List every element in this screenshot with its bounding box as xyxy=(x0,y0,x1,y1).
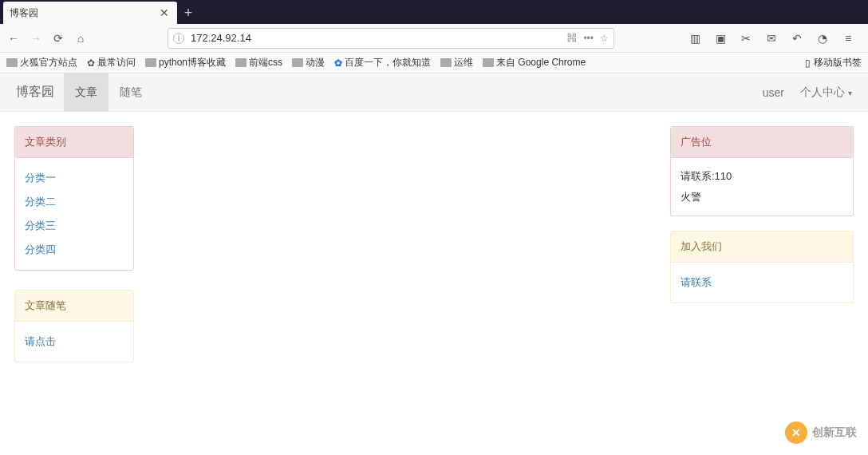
user-center-label: 个人中心 xyxy=(800,85,845,98)
url-bar[interactable]: i 172.24.92.14 嘂 ••• ☆ xyxy=(168,28,614,49)
left-column: 文章类别 分类一 分类二 分类三 分类四 文章随笔 请点击 xyxy=(14,126,134,362)
join-link[interactable]: 请联系 xyxy=(681,271,843,295)
category-link[interactable]: 分类四 xyxy=(25,238,124,262)
bookmarks-bar: 火狐官方站点 ✿最常访问 python博客收藏 前端css 动漫 ✿百度一下，你… xyxy=(0,53,868,73)
ad-panel: 广告位 请联系:110 火警 xyxy=(670,126,854,216)
back-icon[interactable]: ← xyxy=(6,31,21,46)
screenshot-icon[interactable]: ✂ xyxy=(739,31,753,46)
watermark-icon: ✕ xyxy=(785,421,807,444)
bookmark-item[interactable]: python博客收藏 xyxy=(145,56,226,69)
bookmark-label: 运维 xyxy=(454,56,473,69)
info-icon[interactable]: i xyxy=(173,33,184,44)
bookmark-item[interactable]: 火狐官方站点 xyxy=(6,56,77,69)
brand[interactable]: 博客园 xyxy=(16,84,54,101)
dots-icon[interactable]: ••• xyxy=(583,33,594,44)
tab-title: 博客园 xyxy=(10,6,158,20)
bookmark-label: 最常访问 xyxy=(97,56,136,69)
bookmark-item[interactable]: 前端css xyxy=(235,56,282,69)
panel-title: 文章随笔 xyxy=(15,291,133,322)
browser-navbar: ← → ⟳ ⌂ i 172.24.92.14 嘂 ••• ☆ ▥ ▣ ✂ ✉ ↶… xyxy=(0,24,868,53)
phone-icon: ▯ xyxy=(805,57,811,69)
folder-icon xyxy=(440,58,452,67)
folder-icon xyxy=(6,58,18,67)
folder-icon xyxy=(235,58,247,67)
bookmark-item[interactable]: 运维 xyxy=(440,56,473,69)
nav-articles[interactable]: 文章 xyxy=(64,73,108,112)
bookmark-item[interactable]: 动漫 xyxy=(292,56,325,69)
user-link[interactable]: user xyxy=(763,86,784,99)
bookmark-label: 来自 Google Chrome xyxy=(496,56,586,69)
essay-link[interactable]: 请点击 xyxy=(25,330,124,354)
gear-icon: ✿ xyxy=(87,57,95,69)
bookmark-label: 前端css xyxy=(249,56,282,69)
panel-title: 文章类别 xyxy=(15,127,133,158)
panel-body: 请联系 xyxy=(671,263,853,303)
join-panel: 加入我们 请联系 xyxy=(670,231,854,303)
folder-icon xyxy=(483,58,494,67)
panel-body: 分类一 分类二 分类三 分类四 xyxy=(15,158,133,270)
panel-body: 请联系:110 火警 xyxy=(671,158,853,216)
bookmark-label: 动漫 xyxy=(306,56,325,69)
category-link[interactable]: 分类二 xyxy=(25,190,124,214)
chevron-down-icon: ▾ xyxy=(848,89,852,97)
bookmark-item[interactable]: ✿百度一下，你就知道 xyxy=(334,56,431,69)
new-tab-button[interactable]: + xyxy=(177,2,199,24)
folder-icon xyxy=(292,58,303,67)
category-link[interactable]: 分类一 xyxy=(25,166,124,190)
page-nav: 博客园 文章 随笔 user 个人中心▾ xyxy=(0,73,868,112)
titlebar: 博客园 ✕ + xyxy=(0,0,868,24)
content: 文章类别 分类一 分类二 分类三 分类四 文章随笔 请点击 广告位 请联系:11… xyxy=(0,112,868,377)
home-icon[interactable]: ⌂ xyxy=(73,31,88,46)
library-icon[interactable]: ▥ xyxy=(688,31,702,46)
browser-tab[interactable]: 博客园 ✕ xyxy=(3,2,177,24)
panel-title: 广告位 xyxy=(671,127,853,158)
star-icon[interactable]: ☆ xyxy=(600,33,609,44)
bookmark-item[interactable]: 来自 Google Chrome xyxy=(483,56,586,69)
bookmark-item[interactable]: ✿最常访问 xyxy=(87,56,136,69)
user-center-dropdown[interactable]: 个人中心▾ xyxy=(800,85,852,100)
clock-icon[interactable]: ◔ xyxy=(815,31,830,46)
toolbar-right: ▥ ▣ ✂ ✉ ↶ ◔ ≡ xyxy=(688,31,862,46)
essays-panel: 文章随笔 请点击 xyxy=(14,290,134,362)
chat-icon[interactable]: ✉ xyxy=(764,31,779,46)
bookmark-label: python博客收藏 xyxy=(159,56,226,69)
sidebar-icon[interactable]: ▣ xyxy=(713,31,728,46)
ad-line: 请联系:110 xyxy=(681,166,843,187)
folder-icon xyxy=(145,58,156,67)
reload-icon[interactable]: ⟳ xyxy=(51,31,65,46)
menu-icon[interactable]: ≡ xyxy=(841,31,855,46)
nav-essays[interactable]: 随笔 xyxy=(108,73,153,112)
close-icon[interactable]: ✕ xyxy=(158,6,171,19)
qr-icon[interactable]: 嘂 xyxy=(567,31,577,45)
bookmark-label: 火狐官方站点 xyxy=(20,56,77,69)
mobile-bookmarks[interactable]: ▯移动版书签 xyxy=(805,56,862,69)
watermark-text: 创新互联 xyxy=(812,425,857,440)
url-text: 172.24.92.14 xyxy=(191,32,561,44)
nav-right: user 个人中心▾ xyxy=(763,85,852,100)
right-column: 广告位 请联系:110 火警 加入我们 请联系 xyxy=(670,126,854,362)
categories-panel: 文章类别 分类一 分类二 分类三 分类四 xyxy=(14,126,134,271)
watermark: ✕ 创新互联 xyxy=(785,421,857,444)
bookmark-label: 移动版书签 xyxy=(814,56,862,69)
bookmark-label: 百度一下，你就知道 xyxy=(345,56,431,69)
forward-icon[interactable]: → xyxy=(29,31,43,46)
panel-body: 请点击 xyxy=(15,322,133,362)
paw-icon: ✿ xyxy=(334,57,342,69)
ad-line: 火警 xyxy=(681,187,843,208)
undo-icon[interactable]: ↶ xyxy=(790,31,804,46)
category-link[interactable]: 分类三 xyxy=(25,214,124,238)
panel-title: 加入我们 xyxy=(671,231,853,263)
